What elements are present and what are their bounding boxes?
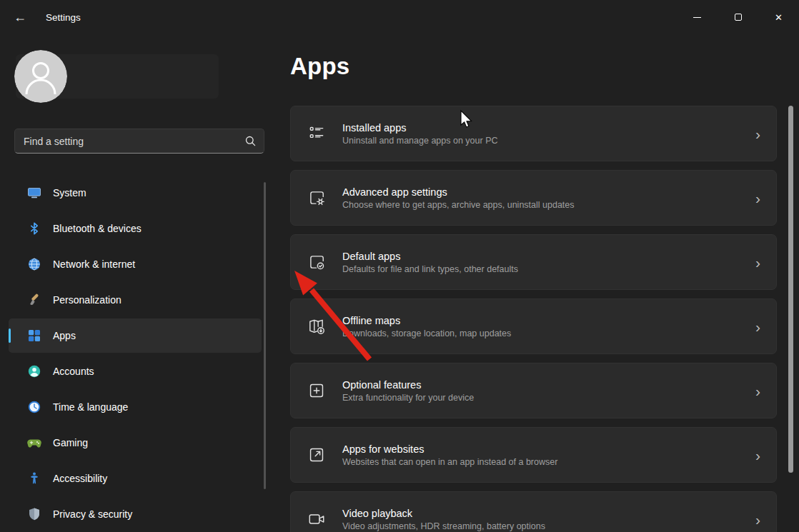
clock-icon [27,400,41,414]
video-playback-icon [291,510,342,528]
advanced-app-settings-icon [291,189,342,207]
sidebar-item-label: Bluetooth & devices [53,223,142,234]
settings-card-video-playback[interactable]: Video playback Video adjustments, HDR st… [290,491,777,532]
sidebar-item-label: Network & internet [53,259,135,270]
window-controls: ✕ [677,0,799,34]
chevron-right-icon: › [755,383,760,398]
user-avatar[interactable] [14,50,67,103]
settings-card-apps-for-websites[interactable]: Apps for websites Websites that can open… [290,427,777,483]
card-subtitle: Choose where to get apps, archive apps, … [342,200,755,210]
settings-card-default-apps[interactable]: Default apps Defaults for file and link … [290,234,777,290]
apps-grid-icon [27,328,41,343]
card-subtitle: Extra functionality for your device [342,393,755,403]
maximize-icon [735,14,742,21]
card-text: Default apps Defaults for file and link … [342,251,755,274]
accessibility-person-icon [27,471,41,486]
card-title: Apps for websites [342,443,755,455]
settings-card-optional-features[interactable]: Optional features Extra functionality fo… [290,363,777,418]
sidebar-nav: System Bluetooth & devices Network & int… [9,176,262,532]
card-title: Advanced app settings [342,186,755,198]
settings-card-offline-maps[interactable]: Offline maps Downloads, storage location… [290,298,777,354]
card-text: Installed apps Uninstall and manage apps… [342,122,755,146]
main-scrollbar[interactable] [788,106,793,473]
window-title: Settings [46,12,81,23]
sidebar-item-time-language[interactable]: Time & language [9,390,262,424]
chevron-right-icon: › [755,448,760,463]
shield-icon [27,507,41,521]
search-icon [245,136,256,146]
minimize-button[interactable] [677,0,718,34]
sidebar-item-label: Accessibility [53,473,107,484]
settings-card-installed-apps[interactable]: Installed apps Uninstall and manage apps… [290,106,777,161]
search-box [14,129,264,154]
chevron-right-icon: › [755,319,760,334]
back-icon: ← [14,10,26,25]
card-text: Optional features Extra functionality fo… [342,379,755,403]
settings-card-advanced-app-settings[interactable]: Advanced app settings Choose where to ge… [290,170,777,226]
card-text: Advanced app settings Choose where to ge… [342,186,755,210]
close-button[interactable]: ✕ [758,0,799,34]
sidebar-item-label: Accounts [53,366,94,377]
card-title: Installed apps [342,122,755,134]
sidebar-item-label: Privacy & security [53,508,132,520]
sidebar-item-bluetooth-devices[interactable]: Bluetooth & devices [9,211,262,246]
card-subtitle: Websites that can open in an app instead… [342,457,755,467]
apps-for-websites-icon [291,446,342,464]
card-text: Apps for websites Websites that can open… [342,443,755,467]
sidebar-item-gaming[interactable]: Gaming [9,426,262,460]
maximize-button[interactable] [718,0,758,34]
optional-features-icon [291,381,342,400]
settings-card-list: Installed apps Uninstall and manage apps… [290,106,777,532]
sidebar-item-privacy-security[interactable]: Privacy & security [9,497,262,531]
card-text: Offline maps Downloads, storage location… [342,315,755,338]
sidebar-item-network-internet[interactable]: Network & internet [9,247,262,281]
offline-maps-icon [291,317,342,336]
sidebar-item-label: Personalization [53,294,121,306]
card-title: Default apps [342,251,755,262]
accounts-person-icon [27,364,41,378]
sidebar-item-accounts[interactable]: Accounts [9,354,262,388]
installed-apps-icon [291,124,342,143]
search-button[interactable] [237,129,264,153]
close-icon: ✕ [775,12,783,23]
settings-window: ← Settings ✕ Sy [0,0,799,532]
card-title: Video playback [342,508,755,519]
sidebar-item-apps[interactable]: Apps [9,318,262,353]
game-controller-icon [27,436,41,450]
sidebar-item-system[interactable]: System [9,176,262,210]
titlebar: ← Settings ✕ [0,0,799,34]
sidebar-scrollbar[interactable] [264,182,266,489]
minimize-icon [693,17,701,18]
card-title: Offline maps [342,315,755,326]
page-title: Apps [290,53,349,80]
paintbrush-icon [27,293,41,307]
bluetooth-icon [27,221,41,236]
sidebar-item-label: Time & language [53,401,128,413]
chevron-right-icon: › [755,255,760,270]
chevron-right-icon: › [755,512,760,527]
sidebar-item-personalization[interactable]: Personalization [9,283,262,317]
sidebar-item-label: Gaming [53,437,88,448]
card-subtitle: Downloads, storage location, map updates [342,328,755,338]
card-subtitle: Defaults for file and link types, other … [342,264,755,274]
card-title: Optional features [342,379,755,391]
system-icon [27,186,41,200]
person-icon [14,50,67,103]
card-text: Video playback Video adjustments, HDR st… [342,508,755,531]
card-subtitle: Video adjustments, HDR streaming, batter… [342,521,755,531]
globe-icon [27,257,41,271]
sidebar-item-label: Apps [53,330,76,341]
sidebar-item-label: System [53,187,86,199]
default-apps-icon [291,253,342,271]
card-subtitle: Uninstall and manage apps on your PC [342,136,755,146]
back-button[interactable]: ← [6,5,34,29]
chevron-right-icon: › [755,191,760,206]
search-input[interactable] [15,136,237,147]
sidebar-item-accessibility[interactable]: Accessibility [9,461,262,496]
chevron-right-icon: › [755,126,760,141]
